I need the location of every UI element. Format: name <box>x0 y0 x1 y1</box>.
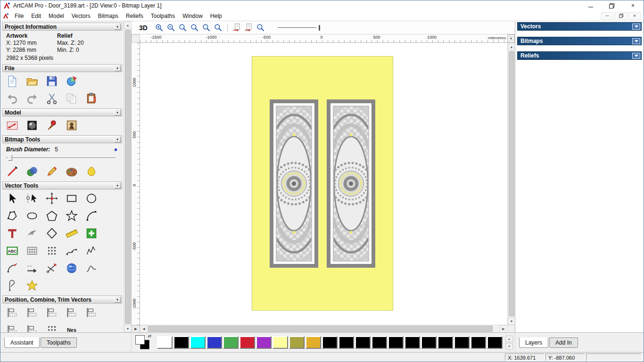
colour-swatch[interactable] <box>322 336 338 349</box>
collapse-button[interactable]: ▲ <box>114 182 121 189</box>
colour-swatch[interactable] <box>239 336 255 349</box>
colour-swatch[interactable] <box>206 336 222 349</box>
transform-vectors-icon[interactable] <box>46 192 58 205</box>
scroll-up-button[interactable]: ▲ <box>124 21 132 29</box>
tab-toolpaths[interactable]: Toolpaths <box>41 337 77 348</box>
new-model-icon[interactable] <box>6 75 18 87</box>
scroll-down-button[interactable]: ▼ <box>124 325 132 332</box>
scroll-track[interactable] <box>148 325 500 332</box>
collapse-button[interactable]: ▲ <box>114 109 121 115</box>
colour-swatch[interactable] <box>256 336 272 349</box>
restore-button[interactable] <box>601 0 622 11</box>
dropdown-button[interactable] <box>632 24 640 30</box>
assistant-scrollbar[interactable]: ▲ ▼ <box>124 21 131 332</box>
nest-star-icon[interactable] <box>26 280 38 292</box>
colour-swatch[interactable] <box>388 336 404 349</box>
colour-swatch[interactable] <box>372 336 387 349</box>
mdi-restore-button[interactable] <box>615 12 627 20</box>
section-icon[interactable] <box>85 262 98 274</box>
slider-handle[interactable] <box>8 155 12 161</box>
scroll-thumb[interactable] <box>509 51 514 316</box>
offset-vector-icon[interactable] <box>26 262 38 274</box>
group-vectors-icon[interactable] <box>6 324 18 332</box>
paste-vectors-icon[interactable] <box>85 227 98 239</box>
create-text-icon[interactable] <box>6 227 18 239</box>
zoom-previous-icon[interactable] <box>177 22 188 33</box>
measure-icon[interactable] <box>66 227 78 239</box>
create-rectangle-icon[interactable] <box>66 192 78 205</box>
scroll-thumb[interactable] <box>125 30 131 324</box>
colour-swatch[interactable] <box>289 336 305 349</box>
menu-item[interactable]: Help <box>206 11 226 21</box>
zoom-in-icon[interactable] <box>154 22 165 33</box>
menu-item[interactable]: Toolpaths <box>147 11 179 21</box>
zoom-objects-icon[interactable] <box>213 22 223 33</box>
scroll-left-button[interactable]: ◀ <box>140 325 148 333</box>
profile-icon[interactable] <box>6 280 18 292</box>
mdi-close-button[interactable]: × <box>628 12 641 20</box>
colour-swatch[interactable] <box>190 336 206 349</box>
ungroup-vectors-icon[interactable] <box>26 324 38 332</box>
mdi-minimize-button[interactable]: ─ <box>601 12 613 20</box>
create-polygon-icon[interactable] <box>46 210 58 222</box>
scroll-down-button[interactable]: ▼ <box>508 317 515 325</box>
colour-swatch[interactable] <box>305 336 321 349</box>
trim-vectors-icon[interactable] <box>46 262 58 274</box>
paint-brush-icon[interactable] <box>6 165 18 178</box>
menu-item[interactable]: Reliefs <box>122 11 147 21</box>
canvas-vertical-scrollbar[interactable]: ▲ ▼ <box>507 43 515 325</box>
canvas-horizontal-scrollbar[interactable]: ▶ ◀ ▶ <box>132 325 515 332</box>
scatter-copies-icon[interactable] <box>46 324 58 332</box>
nesting-icon[interactable]: Nes <box>66 324 78 332</box>
colour-swatch[interactable] <box>405 336 420 349</box>
zoom-window-icon[interactable] <box>201 22 212 33</box>
minimize-button[interactable] <box>580 0 601 11</box>
colour-swatch[interactable] <box>223 336 239 349</box>
colour-swatch[interactable] <box>157 336 173 349</box>
next-view-icon[interactable] <box>243 22 254 33</box>
create-diamond-icon[interactable] <box>46 227 58 239</box>
block-copy-icon[interactable] <box>46 245 58 257</box>
primary-secondary-colour[interactable]: ⇄ <box>135 335 150 350</box>
create-circle-icon[interactable] <box>85 192 98 205</box>
colour-swatch[interactable] <box>173 336 189 349</box>
load-bitmap-icon[interactable] <box>66 119 78 132</box>
swap-colours-icon[interactable]: ⇄ <box>148 334 151 338</box>
tab-assistant[interactable]: Assistant <box>4 337 40 348</box>
align-right-icon[interactable] <box>26 306 38 319</box>
zoom-selected-icon[interactable] <box>255 22 266 33</box>
import-model-icon[interactable] <box>66 75 78 87</box>
save-model-icon[interactable] <box>46 75 58 87</box>
create-star-icon[interactable] <box>66 210 78 222</box>
set-model-size-icon[interactable] <box>6 119 18 132</box>
copy-icon[interactable] <box>66 92 78 105</box>
align-bottom-icon[interactable] <box>66 306 78 319</box>
units-dropdown-button[interactable]: ▼ <box>507 34 515 43</box>
collapse-button[interactable]: ▲ <box>114 296 121 303</box>
dropdown-button[interactable] <box>632 53 640 59</box>
redo-icon[interactable] <box>26 92 38 105</box>
node-editing-icon[interactable] <box>26 192 38 205</box>
extrude-sphere-icon[interactable] <box>66 262 78 274</box>
cut-icon[interactable] <box>46 92 58 105</box>
collapse-button[interactable]: ▲ <box>114 24 121 30</box>
zoom-extents-icon[interactable] <box>189 22 200 33</box>
palette-scroll-up-button[interactable]: ▲ <box>505 336 513 342</box>
palette-scroll-down-button[interactable]: ▼ <box>505 343 513 350</box>
zoom-out-icon[interactable] <box>165 22 176 33</box>
drawing-canvas[interactable] <box>140 43 507 325</box>
3d-view-button[interactable]: 3D <box>136 23 150 33</box>
collapse-button[interactable]: ▲ <box>114 136 121 142</box>
sculpt-icon[interactable] <box>46 119 58 132</box>
menu-item[interactable]: File <box>11 11 27 21</box>
document-icon[interactable] <box>2 13 9 19</box>
primary-colour-swatch[interactable] <box>135 335 145 345</box>
text-abc-icon[interactable] <box>6 245 18 257</box>
menu-item[interactable]: Vectors <box>68 11 94 21</box>
previous-view-icon[interactable] <box>231 22 242 33</box>
colour-picker-icon[interactable]: ◆ <box>114 147 117 152</box>
colour-swatch[interactable] <box>272 336 288 349</box>
align-top-icon[interactable] <box>46 306 58 319</box>
colour-swatch[interactable] <box>471 336 486 349</box>
colour-swatch[interactable] <box>438 336 453 349</box>
